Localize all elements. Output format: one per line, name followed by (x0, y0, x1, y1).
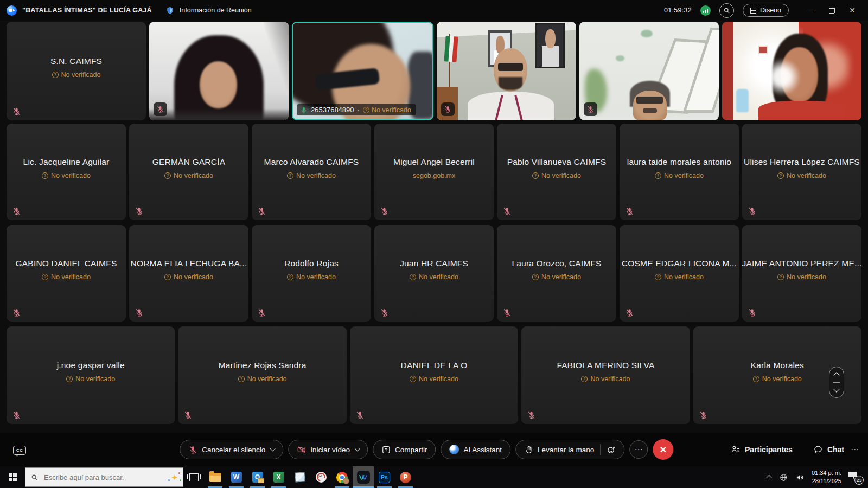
mic-muted-icon (527, 410, 536, 420)
mic-muted-badge (441, 102, 455, 116)
video-tile[interactable] (579, 22, 719, 120)
snipping-tool-icon (316, 472, 327, 483)
mic-muted-icon (502, 207, 512, 216)
taskbar-outlook[interactable]: O (247, 466, 268, 488)
taskbar-chrome[interactable] (331, 466, 353, 488)
video-tile[interactable] (722, 22, 861, 120)
raised-hand-icon (524, 445, 533, 454)
meeting-info-shield-icon[interactable] (166, 6, 174, 15)
participant-tile[interactable]: GERMÁN GARCÍA?No verificado (129, 124, 248, 220)
participant-tile[interactable]: laura taide morales antonio?No verificad… (620, 124, 739, 220)
verification-badge: ?No verificado (363, 106, 411, 114)
participant-name: Karla Morales (751, 361, 804, 370)
closed-captions-button[interactable]: CC (13, 446, 26, 455)
participant-id: 26537684890 (311, 106, 354, 114)
taskbar-file-explorer[interactable] (205, 466, 226, 488)
taskbar-word[interactable]: W (226, 466, 247, 488)
volume-icon[interactable] (795, 473, 805, 482)
verification-badge: ?No verificado (655, 273, 704, 281)
photoshop-icon: Ps (379, 472, 390, 483)
question-icon: ? (777, 172, 784, 179)
participant-tile[interactable]: GABINO DANIEL CAIMFS?No verificado (7, 225, 126, 322)
meeting-info-label[interactable]: Información de Reunión (180, 7, 252, 14)
video-feed (437, 22, 576, 120)
network-globe-icon[interactable] (779, 473, 788, 482)
system-tray: 01:34 p. m. 28/11/2025 23 (768, 466, 868, 488)
zoom-meeting-window: "BATALLAS ÍNTIMAS" DE LUCÍA GAJÁ Informa… (0, 0, 868, 466)
participant-tile[interactable]: Juan HR CAIMFS?No verificado (374, 225, 494, 322)
unmute-button[interactable]: Cancelar el silencio (180, 440, 283, 459)
search-input[interactable] (43, 473, 167, 482)
active-speaker-tile[interactable]: 26537684890 · ?No verificado (292, 22, 433, 120)
scroll-down-icon[interactable] (833, 386, 839, 392)
restore-button[interactable] (822, 3, 841, 18)
participant-tile[interactable]: FABIOLA MERINO SILVA?No verificado (521, 326, 690, 424)
participant-tile[interactable]: Martinez Rojas Sandra?No verificado (178, 326, 346, 424)
participant-tile[interactable]: Rodolfo Rojas?No verificado (252, 225, 371, 322)
verification-badge: ?No verificado (753, 375, 802, 383)
taskbar-photoshop[interactable]: Ps (374, 466, 395, 488)
participant-tile[interactable]: Pablo Villanueva CAIMFS?No verificado (497, 124, 616, 220)
chevron-down-icon[interactable] (270, 446, 276, 452)
verification-badge: ?No verificado (164, 172, 213, 179)
mic-muted-icon (12, 410, 21, 420)
taskbar-search[interactable]: ✦ (25, 467, 183, 487)
start-video-button[interactable]: Iniciar vídeo (288, 440, 368, 459)
raise-hand-button[interactable]: Levantar la mano (515, 440, 625, 459)
participant-tile[interactable]: NORMA ELIA LECHUGA BA...?No verificado (129, 225, 248, 322)
mic-muted-icon (380, 308, 389, 317)
verification-badge: ?No verificado (532, 273, 581, 281)
participant-tile[interactable]: COSME EDGAR LICONA M...?No verificado (620, 225, 739, 322)
participant-tile[interactable]: Ulises Herrera López CAIMFS?No verificad… (742, 124, 861, 220)
participant-tile[interactable]: Marco Alvarado CAIMFS?No verificado (252, 124, 371, 220)
taskbar-webex-active[interactable] (353, 466, 374, 488)
taskbar-powerpoint[interactable]: P (395, 466, 416, 488)
layout-view-button[interactable]: Diseño (743, 4, 789, 17)
close-button[interactable]: ✕ (843, 3, 861, 18)
tray-expand-icon[interactable] (766, 475, 772, 481)
file-explorer-icon (209, 473, 221, 482)
participant-name: laura taide morales antonio (627, 157, 731, 167)
video-tile[interactable] (437, 22, 576, 120)
scroll-up-icon[interactable] (833, 372, 839, 378)
chat-bubble-icon (813, 445, 823, 454)
participants-icon (731, 445, 741, 454)
participant-tile[interactable]: DANIEL DE LA O?No verificado (350, 326, 518, 424)
question-icon: ? (164, 274, 171, 280)
share-screen-button[interactable]: Compartir (373, 440, 436, 459)
participant-tile[interactable]: Lic. Jacqueline Aguilar?No verificado (7, 124, 126, 220)
taskbar-excel[interactable]: X (268, 466, 289, 488)
participant-tile[interactable]: S.N. CAIMFS ?No verificado (7, 22, 146, 120)
start-button[interactable] (0, 466, 25, 488)
copilot-sparkle-icon: ✦ (171, 473, 178, 481)
mic-muted-badge (154, 102, 167, 116)
participant-tile[interactable]: Laura Orozco, CAIMFS?No verificado (497, 225, 616, 322)
mic-muted-icon (502, 308, 512, 317)
more-panel-button[interactable]: ⋯ (851, 445, 859, 454)
task-view-button[interactable] (183, 466, 205, 488)
more-options-button[interactable]: ⋯ (629, 440, 648, 459)
notification-center-button[interactable]: 23 (848, 471, 863, 484)
verification-badge: ?No verificado (287, 172, 336, 179)
taskbar-notes[interactable] (289, 466, 310, 488)
search-button[interactable] (719, 3, 734, 18)
participants-button[interactable]: Participantes (731, 445, 793, 454)
question-icon: ? (287, 172, 293, 179)
question-icon: ? (410, 274, 416, 280)
tray-clock[interactable]: 01:34 p. m. 28/11/2025 (812, 469, 841, 485)
chat-button[interactable]: Chat (813, 445, 844, 454)
participant-tile[interactable]: Miguel Angel Becerrilsegob.gob.mx (374, 124, 494, 220)
minimize-button[interactable]: — (802, 3, 820, 18)
mic-muted-icon (188, 445, 197, 454)
excel-icon: X (273, 472, 284, 483)
video-tile[interactable] (149, 22, 289, 120)
verification-badge: ?No verificado (52, 71, 101, 79)
reactions-emoji-icon[interactable] (607, 445, 616, 454)
participant-tile[interactable]: JAIME ANTONIO PEREZ ME...?No verificado (742, 225, 861, 322)
chevron-down-icon[interactable] (355, 446, 360, 452)
ai-assistant-button[interactable]: AI Assistant (441, 440, 510, 459)
taskbar-snipping-tool[interactable] (310, 466, 331, 488)
grid-scroll-control[interactable] (829, 367, 844, 398)
participant-tile[interactable]: j.noe gaspar valle?No verificado (7, 326, 175, 424)
leave-meeting-button[interactable]: ✕ (653, 439, 673, 460)
